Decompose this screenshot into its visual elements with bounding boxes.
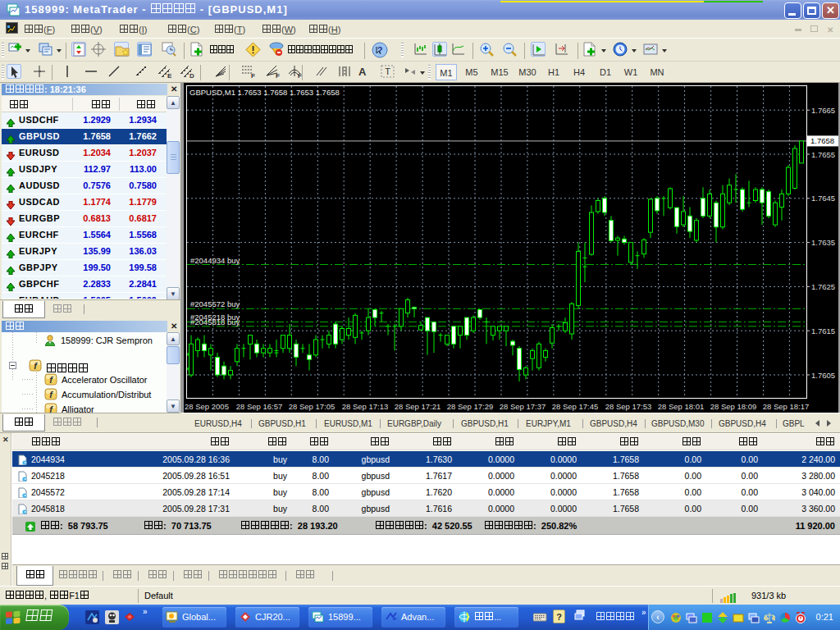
svg-text:28 Sep 17:05: 28 Sep 17:05 <box>289 402 336 411</box>
svg-text:F: F <box>251 72 255 79</box>
svg-text:T: T <box>385 66 390 76</box>
svg-text:28 Sep 16:57: 28 Sep 16:57 <box>236 402 283 411</box>
svg-text:28 Sep 17:13: 28 Sep 17:13 <box>342 402 389 411</box>
svg-text:E: E <box>167 72 172 79</box>
svg-text:#2045572 buy: #2045572 buy <box>190 299 240 308</box>
svg-text:28 Sep 17:45: 28 Sep 17:45 <box>552 402 599 411</box>
svg-text:1.7658: 1.7658 <box>810 136 834 145</box>
svg-text:28 Sep 17:21: 28 Sep 17:21 <box>395 402 441 411</box>
svg-text:#2045818 buy: #2045818 buy <box>190 317 240 326</box>
svg-text:1.7645: 1.7645 <box>811 194 835 203</box>
svg-text:#2044934 buy: #2044934 buy <box>190 256 240 265</box>
svg-text:28 Sep 17:29: 28 Sep 17:29 <box>447 402 494 411</box>
svg-text:28 Sep 17:37: 28 Sep 17:37 <box>500 402 546 411</box>
svg-text:D: D <box>189 72 194 79</box>
svg-text:1.7655: 1.7655 <box>811 150 835 159</box>
svg-text:28 Sep 18:01: 28 Sep 18:01 <box>658 402 705 411</box>
svg-text:GBPUSD,M1 1.7653 1.7658 1.765: GBPUSD,M1 1.7653 1.7658 1.7653 1.7658 <box>189 88 340 97</box>
svg-text:F: F <box>276 72 280 79</box>
svg-text:28 Sep 18:09: 28 Sep 18:09 <box>710 402 757 411</box>
svg-text:28 Sep 18:17: 28 Sep 18:17 <box>763 402 810 411</box>
svg-text:1.7665: 1.7665 <box>811 106 835 115</box>
svg-text:1.7605: 1.7605 <box>811 371 835 380</box>
svg-text:1.7615: 1.7615 <box>811 326 835 336</box>
svg-text:28 Sep 17:53: 28 Sep 17:53 <box>605 402 652 411</box>
svg-text:28 Sep 2005: 28 Sep 2005 <box>185 402 229 411</box>
svg-text:1.7635: 1.7635 <box>811 238 835 247</box>
svg-text:1.7625: 1.7625 <box>811 282 835 291</box>
